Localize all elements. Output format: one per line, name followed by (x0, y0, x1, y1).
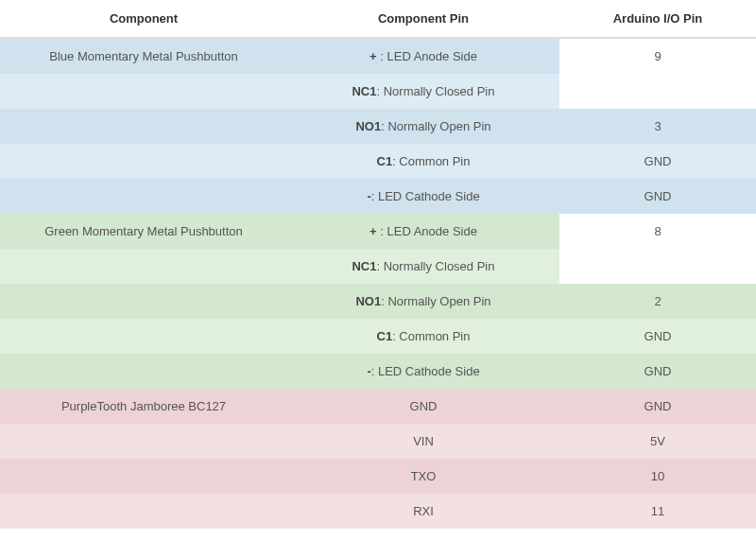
arduino-pin-cell: GND (559, 144, 756, 179)
pin-label-bold: C1 (377, 154, 393, 168)
pin-label-rest: : Normally Closed Pin (377, 84, 495, 98)
arduino-pin-cell: 11 (559, 494, 756, 529)
component-cell (0, 74, 287, 109)
pin-label-rest: GND (410, 399, 438, 413)
table-row: Green Momentary Metal Pushbutton+ : LED … (0, 214, 756, 249)
table-row: Blue Momentary Metal Pushbutton+ : LED A… (0, 38, 756, 74)
pin-label-bold: NO1 (355, 294, 381, 308)
table-row: NC1: Normally Closed Pin (0, 249, 756, 284)
component-cell (0, 179, 287, 214)
pin-label-bold: + (369, 49, 380, 63)
component-pin-cell: -: LED Cathode Side (287, 354, 559, 389)
table-row: -: LED Cathode SideGND (0, 179, 756, 214)
component-cell (0, 109, 287, 144)
table-row: NO1: Normally Open Pin3 (0, 109, 756, 144)
table-row: C1: Common PinGND (0, 319, 756, 354)
pin-label-rest: : LED Anode Side (380, 49, 477, 63)
component-cell: Green Momentary Metal Pushbutton (0, 214, 287, 249)
table-row: NO1: Normally Open Pin2 (0, 284, 756, 319)
header-arduino-pin: Arduino I/O Pin (559, 0, 756, 38)
arduino-pin-cell (559, 249, 756, 284)
arduino-pin-cell: 3 (559, 109, 756, 144)
arduino-pin-cell: GND (559, 179, 756, 214)
table-row: VIN5V (0, 424, 756, 459)
table-row: -: LED Cathode SideGND (0, 354, 756, 389)
arduino-pin-cell: 5V (559, 424, 756, 459)
pin-label-rest: : LED Cathode Side (371, 189, 480, 203)
component-cell (0, 424, 287, 459)
header-row: Component Component Pin Arduino I/O Pin (0, 0, 756, 38)
pin-label-rest: TXO (411, 469, 437, 483)
component-pin-cell: GND (287, 389, 559, 424)
header-component: Component (0, 0, 287, 38)
pin-label-rest: RXI (413, 504, 434, 518)
pin-label-rest: : Normally Open Pin (381, 294, 490, 308)
component-pin-cell: VIN (287, 424, 559, 459)
arduino-pin-cell: 10 (559, 459, 756, 494)
component-pin-cell: NO1: Normally Open Pin (287, 284, 559, 319)
component-cell: PurpleTooth Jamboree BC127 (0, 389, 287, 424)
component-pin-cell: -: LED Cathode Side (287, 179, 559, 214)
component-pin-cell: TXO (287, 459, 559, 494)
component-pin-cell: RXI (287, 494, 559, 529)
component-cell (0, 459, 287, 494)
arduino-pin-cell: GND (559, 389, 756, 424)
pin-label-rest: : LED Anode Side (380, 224, 477, 238)
arduino-pin-cell: GND (559, 354, 756, 389)
component-pin-cell: NC1: Normally Closed Pin (287, 74, 559, 109)
component-cell (0, 284, 287, 319)
component-pin-cell: + : LED Anode Side (287, 214, 559, 249)
pin-label-rest: : Normally Open Pin (381, 119, 490, 133)
component-cell (0, 144, 287, 179)
table-row: C1: Common PinGND (0, 144, 756, 179)
table-row: RXI11 (0, 494, 756, 529)
pin-label-rest: : Common Pin (392, 154, 470, 168)
component-pin-cell: NO1: Normally Open Pin (287, 109, 559, 144)
arduino-pin-cell (559, 74, 756, 109)
arduino-pin-cell: 2 (559, 284, 756, 319)
table-row: PurpleTooth Jamboree BC127GNDGND (0, 389, 756, 424)
pin-label-bold: NC1 (352, 259, 376, 273)
pin-label-rest: : LED Cathode Side (371, 364, 480, 378)
table-row: NC1: Normally Closed Pin (0, 74, 756, 109)
table-row: TXO10 (0, 459, 756, 494)
component-pin-cell: + : LED Anode Side (287, 38, 559, 74)
component-pin-cell: C1: Common Pin (287, 144, 559, 179)
component-cell (0, 494, 287, 529)
pin-label-rest: : Common Pin (392, 329, 470, 343)
arduino-pin-cell: 9 (559, 38, 756, 74)
component-pin-cell: NC1: Normally Closed Pin (287, 249, 559, 284)
pin-label-bold: NO1 (355, 119, 381, 133)
pin-label-rest: VIN (413, 434, 434, 448)
component-cell (0, 249, 287, 284)
header-component-pin: Component Pin (287, 0, 559, 38)
component-pin-cell: C1: Common Pin (287, 319, 559, 354)
component-cell: Blue Momentary Metal Pushbutton (0, 38, 287, 74)
pin-label-bold: C1 (377, 329, 393, 343)
pin-label-bold: NC1 (352, 84, 376, 98)
pinout-table: Component Component Pin Arduino I/O Pin … (0, 0, 756, 529)
arduino-pin-cell: GND (559, 319, 756, 354)
component-cell (0, 354, 287, 389)
pin-label-rest: : Normally Closed Pin (377, 259, 495, 273)
arduino-pin-cell: 8 (559, 214, 756, 249)
pin-label-bold: + (369, 224, 380, 238)
component-cell (0, 319, 287, 354)
